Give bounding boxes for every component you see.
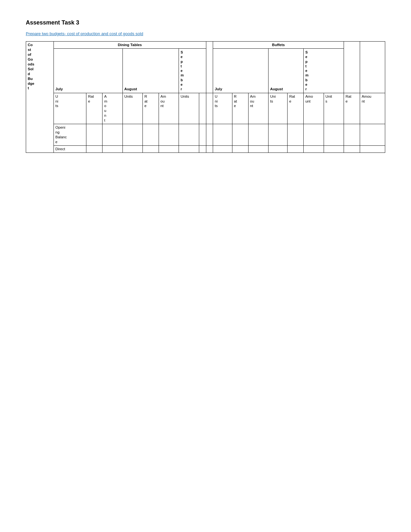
col-rate-aug-buffets: Rate xyxy=(288,93,304,124)
cell-dir-rate-sep-b xyxy=(344,145,360,153)
cell-dir-units-aug-b xyxy=(268,145,287,153)
col-amount-sep-buffets: Amount xyxy=(360,93,385,124)
cell-ob-amt-aug-d xyxy=(159,124,179,146)
col-units-july-dining: Units xyxy=(54,93,86,124)
col-amount-july-dining: Amount xyxy=(103,93,122,124)
col-amount-aug-dining: Amount xyxy=(159,93,179,124)
col-units-aug-buffets: Units xyxy=(268,93,287,124)
cell-ob-units-jul-b xyxy=(213,124,232,146)
col-units-aug-dining: Units xyxy=(122,93,142,124)
cell-dir-sep-col xyxy=(206,145,213,153)
col-rate-sep-buffets: Rate xyxy=(344,93,360,124)
cell-ob-amt-jul-d xyxy=(103,124,122,146)
subtitle-link[interactable]: Prepare two budgets- cost of production … xyxy=(26,31,385,36)
col-units-sep-dining: Units xyxy=(179,93,199,124)
cell-ob-amt-jul-b xyxy=(248,124,268,146)
august-buffets: August xyxy=(268,48,303,93)
cell-dir-rate-jul-b xyxy=(232,145,248,153)
table-title-text: CostofGoodsSoldBudget xyxy=(28,43,34,90)
page-title: Assessment Task 3 xyxy=(26,19,385,26)
col-units-sep-buffets: Units xyxy=(324,93,344,124)
cell-ob-rate-aug-d xyxy=(142,124,159,146)
col-rate-july-dining: Rate xyxy=(86,93,103,124)
col-amount-july-buffets: Amount xyxy=(248,93,268,124)
col-amount-aug-buffets: Amount xyxy=(304,93,324,124)
row-opening-balance: OpeningBalance xyxy=(54,124,86,146)
cell-ob-extra-sep-d xyxy=(199,124,206,146)
cell-dir-extra-sep-d xyxy=(199,145,206,153)
cell-dir-units-sep-d xyxy=(179,145,199,153)
cell-dir-amt-aug-b xyxy=(304,145,324,153)
cell-dir-units-aug-d xyxy=(122,145,142,153)
main-table: CostofGoodsSoldBudget Dining Tables Buff… xyxy=(26,41,385,153)
cell-dir-rate-jul-d xyxy=(86,145,103,153)
cell-dir-units-sep-b xyxy=(324,145,344,153)
cell-dir-amt-jul-d xyxy=(103,145,122,153)
cell-dir-amt-aug-d xyxy=(159,145,179,153)
cell-dir-units-jul-b xyxy=(213,145,232,153)
buffets-header: Buffets xyxy=(213,42,344,49)
july-buffets: July xyxy=(213,48,269,93)
cell-dir-amt-jul-b xyxy=(248,145,268,153)
september-dining: September xyxy=(179,48,206,93)
col-rate-aug-dining: Rate xyxy=(142,93,159,124)
july-dining: July xyxy=(54,48,122,93)
cell-ob-units-aug-d xyxy=(122,124,142,146)
col-sep-dining-extra xyxy=(199,93,206,124)
september-buffets: September xyxy=(304,48,344,93)
cell-ob-amt-aug-b xyxy=(304,124,324,146)
cell-ob-rate-jul-d xyxy=(86,124,103,146)
col-rate-july-buffets: Rate xyxy=(232,93,248,124)
cell-ob-rate-jul-b xyxy=(232,124,248,146)
cell-ob-amt-sep-b xyxy=(360,124,385,146)
cell-ob-units-sep-d xyxy=(179,124,199,146)
dining-tables-header: Dining Tables xyxy=(54,42,206,49)
cell-ob-units-sep-b xyxy=(324,124,344,146)
col-units-july-buffets: Units xyxy=(213,93,232,124)
cell-ob-rate-aug-b xyxy=(288,124,304,146)
cell-ob-rate-sep-b xyxy=(344,124,360,146)
cell-ob-units-aug-b xyxy=(268,124,287,146)
cell-dir-amt-sep-b xyxy=(360,145,385,153)
row-direct: Direct xyxy=(54,145,86,153)
cell-ob-sep-buffets xyxy=(206,124,213,146)
cell-dir-rate-aug-b xyxy=(288,145,304,153)
table-title-cell: CostofGoodsSoldBudget xyxy=(26,42,54,153)
august-dining: August xyxy=(122,48,179,93)
cell-dir-rate-aug-d xyxy=(142,145,159,153)
